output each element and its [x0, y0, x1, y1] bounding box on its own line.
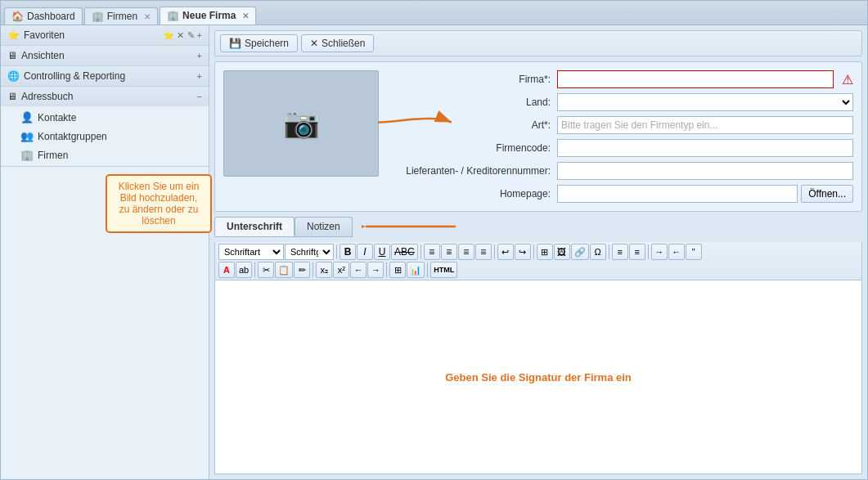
redo-button[interactable]: ↪ — [515, 244, 531, 260]
form-row-firmencode: Firmencode: — [387, 139, 853, 157]
move-left-button[interactable]: ← — [350, 262, 367, 278]
cut-button[interactable]: ✂ — [258, 262, 274, 278]
tab-neue-firma[interactable]: 🏢 Neue Firma ✕ — [160, 7, 256, 25]
tab-notizen[interactable]: Notizen — [295, 217, 353, 236]
ansichten-expand[interactable]: + — [197, 51, 202, 61]
copy-button[interactable]: 📋 — [275, 262, 293, 278]
font-size-select[interactable]: Schriftgröße — [285, 244, 334, 260]
save-button[interactable]: 💾 Speichern — [220, 34, 298, 52]
special-char-button[interactable]: Ω — [590, 244, 606, 260]
art-input[interactable]: Bitte tragen Sie den Firmentyp ein... — [557, 116, 853, 134]
tab-unterschrift-label: Unterschrift — [227, 221, 282, 232]
sidebar-header-favoriten[interactable]: ⭐ Favoriten ⭐ ✕ ✎ + — [1, 25, 209, 45]
firma-label: Firma*: — [387, 74, 551, 85]
adressbuch-items: 👤 Kontakte 👥 Kontaktgruppen 🏢 Firmen — [1, 106, 209, 166]
table2-button[interactable]: ⊞ — [389, 262, 406, 278]
form-row-lieferanten: Lieferanten- / Kreditorennummer: — [387, 162, 853, 180]
art-placeholder: Bitte tragen Sie den Firmentyp ein... — [561, 119, 717, 131]
font-color-button[interactable]: A — [218, 262, 235, 278]
separator1 — [336, 244, 337, 259]
sidebar-ansichten-label: Ansichten — [21, 50, 65, 61]
controlling-icon: 🌐 — [7, 70, 20, 82]
align-right-button[interactable]: ≡ — [458, 244, 474, 260]
kontaktgruppen-label: Kontaktgruppen — [38, 131, 107, 142]
separator2 — [421, 244, 421, 259]
close-button[interactable]: ✕ Schließen — [301, 34, 374, 52]
lieferanten-label: Lieferanten- / Kreditorennummer: — [387, 165, 551, 177]
quote-button[interactable]: " — [686, 244, 702, 260]
undo-button[interactable]: ↩ — [497, 244, 514, 260]
adressbuch-collapse[interactable]: − — [197, 92, 202, 101]
align-left-icon: ≡ — [429, 246, 434, 258]
sidebar-item-kontaktgruppen[interactable]: 👥 Kontaktgruppen — [1, 127, 209, 146]
form-row-art: Art*: Bitte tragen Sie den Firmentyp ein… — [387, 116, 853, 134]
chart-button[interactable]: 📊 — [407, 262, 425, 278]
dashboard-icon: 🏠 — [11, 11, 24, 22]
tab-firmen[interactable]: 🏢 Firmen ✕ — [84, 7, 158, 25]
photo-area[interactable]: 📷 Klicken Sie um ein Bild hochzuladen, z… — [223, 70, 379, 177]
indent-button[interactable]: → — [651, 244, 668, 260]
font-select[interactable]: Schriftart — [218, 244, 284, 260]
sidebar-header-ansichten[interactable]: 🖥 Ansichten + — [1, 46, 209, 65]
superscript-button[interactable]: x² — [333, 262, 349, 278]
form-area: 📷 Klicken Sie um ein Bild hochzuladen, z… — [214, 61, 862, 212]
sidebar-header-controlling[interactable]: 🌐 Controlling & Reporting + — [1, 66, 209, 86]
editor-body[interactable]: Geben Sie die Signatur der Firma ein — [215, 280, 861, 473]
camera-icon: 📷 — [283, 106, 320, 141]
land-label: Land: — [387, 96, 551, 108]
content-area: 💾 Speichern ✕ Schließen 📷 Klicken Sie um… — [209, 25, 867, 479]
lieferanten-input[interactable] — [557, 162, 853, 180]
kontakte-icon: 👤 — [20, 111, 34, 123]
controlling-expand[interactable]: + — [197, 71, 202, 81]
ordered-list-button[interactable]: ≡ — [629, 244, 645, 260]
homepage-input[interactable] — [557, 185, 798, 203]
outdent-button[interactable]: ← — [668, 244, 685, 260]
favoriten-actions: ⭐ ✕ ✎ + — [163, 30, 202, 41]
panel-tabs: Unterschrift Notizen — [214, 217, 353, 237]
firmen-sidebar-icon: 🏢 — [20, 149, 34, 161]
tabs-arrow — [362, 215, 460, 240]
firmencode-input[interactable] — [557, 139, 853, 157]
bold-button[interactable]: B — [340, 244, 356, 260]
tab-dashboard[interactable]: 🏠 Dashboard — [4, 7, 83, 25]
underline-button[interactable]: U — [374, 244, 390, 260]
subscript-button[interactable]: x₂ — [316, 262, 332, 278]
firma-input[interactable] — [557, 70, 834, 88]
sidebar-header-adressbuch[interactable]: 🖥 Adressbuch − — [1, 87, 209, 106]
tab-notizen-label: Notizen — [307, 221, 340, 232]
kontaktgruppen-icon: 👥 — [20, 130, 34, 142]
sidebar-item-kontakte[interactable]: 👤 Kontakte — [1, 108, 209, 127]
adressbuch-icon: 🖥 — [7, 91, 17, 102]
open-button[interactable]: Öffnen... — [801, 185, 853, 203]
html-button[interactable]: HTML — [430, 262, 457, 278]
tab-neue-firma-close[interactable]: ✕ — [242, 11, 249, 20]
italic-icon: I — [363, 246, 366, 258]
align-justify-button[interactable]: ≡ — [475, 244, 492, 260]
form-row-land: Land: — [387, 93, 853, 111]
neue-firma-icon: 🏢 — [167, 10, 179, 21]
image-button[interactable]: 🖼 — [554, 244, 570, 260]
tab-firmen-close[interactable]: ✕ — [144, 12, 151, 21]
tab-firmen-label: Firmen — [107, 11, 137, 22]
kontakte-label: Kontakte — [38, 112, 76, 123]
align-left-button[interactable]: ≡ — [424, 244, 440, 260]
land-select[interactable] — [557, 93, 853, 111]
separator9 — [386, 262, 387, 277]
highlight-button[interactable]: ab — [236, 262, 252, 278]
sidebar-item-firmen[interactable]: 🏢 Firmen — [1, 146, 209, 164]
sidebar-section-adressbuch: 🖥 Adressbuch − 👤 Kontakte 👥 Kontaktgrupp… — [1, 87, 209, 167]
move-right-button[interactable]: → — [367, 262, 384, 278]
italic-button[interactable]: I — [357, 244, 373, 260]
strike-icon: ABC — [394, 246, 415, 258]
link-button[interactable]: 🔗 — [571, 244, 589, 260]
align-justify-icon: ≡ — [480, 246, 486, 258]
table-button[interactable]: ⊞ — [537, 244, 553, 260]
tab-unterschrift[interactable]: Unterschrift — [214, 217, 295, 236]
edit-button[interactable]: ✏ — [294, 262, 310, 278]
strikethrough-button[interactable]: ABC — [391, 244, 418, 260]
close-icon: ✕ — [310, 38, 318, 49]
photo-tooltip-text: Klicken Sie um ein Bild hochzuladen, zu … — [119, 181, 200, 227]
main-area: ⭐ Favoriten ⭐ ✕ ✎ + 🖥 Ansichten + 🌐 Cont… — [1, 25, 867, 479]
align-center-button[interactable]: ≡ — [441, 244, 457, 260]
unordered-list-button[interactable]: ≡ — [612, 244, 628, 260]
